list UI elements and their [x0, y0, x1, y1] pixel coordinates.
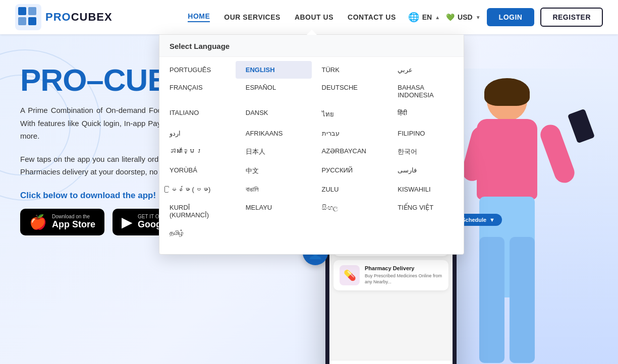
chevron-down-icon-2: ▼	[476, 15, 481, 20]
lang-option-tiếng-việt[interactable]: TIẾNG VIỆT	[387, 199, 464, 224]
chevron-down-icon: ▲	[435, 15, 440, 20]
lang-option-deutsche[interactable]: DEUTSCHE	[312, 79, 388, 104]
lang-option-தமிழ்[interactable]: தமிழ்	[159, 224, 236, 242]
language-grid: PORTUGUÊSENGLISHTÜRKعربيFRANÇAISESPAÑOLD…	[159, 57, 464, 246]
pharmacy-card-desc: Buy Prescribed Medicines Online from any…	[365, 273, 442, 285]
lang-option-português[interactable]: PORTUGUÊS	[159, 61, 236, 79]
lang-option-हिंदी[interactable]: हिंदी	[387, 104, 464, 125]
lang-option-한국어[interactable]: 한국어	[387, 142, 464, 161]
logo[interactable]: PROCUBEX	[15, 4, 113, 30]
lang-code: EN	[422, 13, 432, 21]
app-store-name: App Store	[52, 219, 95, 230]
currency-selector[interactable]: 💚 USD ▼	[446, 13, 480, 21]
lang-option-yorùbá[interactable]: YORÙBÁ	[159, 161, 236, 180]
nav-links: HOME OUR SERVICES ABOUT US CONTACT US	[188, 12, 396, 22]
chevron-down-icon-3: ▼	[489, 217, 495, 223]
google-play-icon: ▶	[122, 214, 133, 230]
lang-option-bahasa-indonesia[interactable]: BAHASA INDONESIA	[387, 79, 464, 104]
lang-option-සිංහල[interactable]: සිංහල	[312, 199, 388, 224]
login-button[interactable]: LOGIN	[487, 8, 535, 26]
lang-option-ไทย[interactable]: ไทย	[312, 104, 388, 125]
lang-option-français[interactable]: FRANÇAIS	[159, 79, 236, 104]
apple-icon: 🍎	[29, 214, 47, 230]
lang-option-español[interactable]: ESPAÑOL	[236, 79, 312, 104]
logo-cubex: CUBEX	[71, 11, 113, 23]
lang-option-中文[interactable]: 中文	[236, 161, 312, 180]
phone-bottom-nav: 🏠 Home 📋 Bookings 👛 Wallet 👤 Profile	[329, 360, 453, 364]
svg-rect-1	[18, 7, 26, 15]
phone-card-pharmacy: 💊 Pharmacy Delivery Buy Prescribed Medic…	[333, 260, 448, 290]
lang-option-italiano[interactable]: ITALIANO	[159, 104, 236, 125]
lang-option-עברית[interactable]: עברית	[312, 125, 388, 142]
pharmacy-card-title: Pharmacy Delivery	[365, 265, 442, 271]
nav-about[interactable]: ABOUT US	[295, 13, 333, 21]
dropdown-header: Select Language	[159, 35, 464, 57]
navbar: PROCUBEX HOME OUR SERVICES ABOUT US CONT…	[0, 0, 618, 34]
logo-text: PROCUBEX	[45, 11, 113, 24]
logo-pro: PRO	[45, 11, 71, 23]
svg-rect-4	[28, 17, 36, 25]
app-store-text: Download on the App Store	[52, 214, 95, 230]
lang-flag: 🌐	[408, 12, 419, 23]
svg-rect-2	[28, 7, 36, 15]
register-button[interactable]: REGISTER	[540, 8, 603, 27]
lang-option-english[interactable]: ENGLISH	[236, 61, 312, 79]
lang-option-filipino[interactable]: FILIPINO	[387, 125, 464, 142]
lang-option-русский[interactable]: РУССКИЙ	[312, 161, 388, 180]
svg-rect-3	[18, 17, 26, 25]
pharmacy-icon: 💊	[340, 265, 360, 285]
currency-code: USD	[458, 13, 473, 21]
lang-option-বাঙালি[interactable]: বাঙালি	[236, 180, 312, 199]
app-store-sub: Download on the	[52, 214, 90, 219]
lang-option-မြန်မာ-(ဗမာ)[interactable]: မြန်မာ (ဗမာ)	[159, 180, 236, 199]
lang-option-ភាសាខ្មែរ[interactable]: ភាសាខ្មែរ	[159, 142, 236, 161]
schedule-label: Schedule	[462, 217, 486, 223]
lang-option-azərbaycan[interactable]: AZƏRBAYCAN	[312, 142, 388, 161]
lang-option-日本人[interactable]: 日本人	[236, 142, 312, 161]
language-selector[interactable]: 🌐 EN ▲	[408, 12, 440, 23]
nav-right: 🌐 EN ▲ 💚 USD ▼ LOGIN REGISTER	[408, 8, 603, 27]
lang-option-afrikaans[interactable]: AFRIKAANS	[236, 125, 312, 142]
lang-option-kiswahili[interactable]: KISWAHILI	[387, 180, 464, 199]
lang-option-türk[interactable]: TÜRK	[312, 61, 388, 79]
lang-option-kurdî-(kurmancî)[interactable]: KURDÎ (KURMANCÎ)	[159, 199, 236, 224]
lang-option-عربي[interactable]: عربي	[387, 61, 464, 79]
currency-flag: 💚	[446, 13, 455, 21]
nav-home[interactable]: HOME	[188, 12, 210, 22]
lang-option-zulu[interactable]: ZULU	[312, 180, 388, 199]
app-store-button[interactable]: 🍎 Download on the App Store	[20, 209, 104, 235]
lang-option-اردو[interactable]: اردو	[159, 125, 236, 142]
nav-contact[interactable]: CONTACT US	[348, 13, 396, 21]
nav-services[interactable]: OUR SERVICES	[224, 13, 280, 21]
language-dropdown: Select Language PORTUGUÊSENGLISHTÜRKعربي…	[159, 34, 464, 255]
pharmacy-card-text: Pharmacy Delivery Buy Prescribed Medicin…	[365, 265, 442, 285]
dropdown-arrow	[307, 30, 317, 35]
lang-option-فارسی[interactable]: فارسی	[387, 161, 464, 180]
lang-option-dansk[interactable]: DANSK	[236, 104, 312, 125]
logo-icon	[15, 4, 41, 30]
lang-option-melayu[interactable]: MELAYU	[236, 199, 312, 224]
